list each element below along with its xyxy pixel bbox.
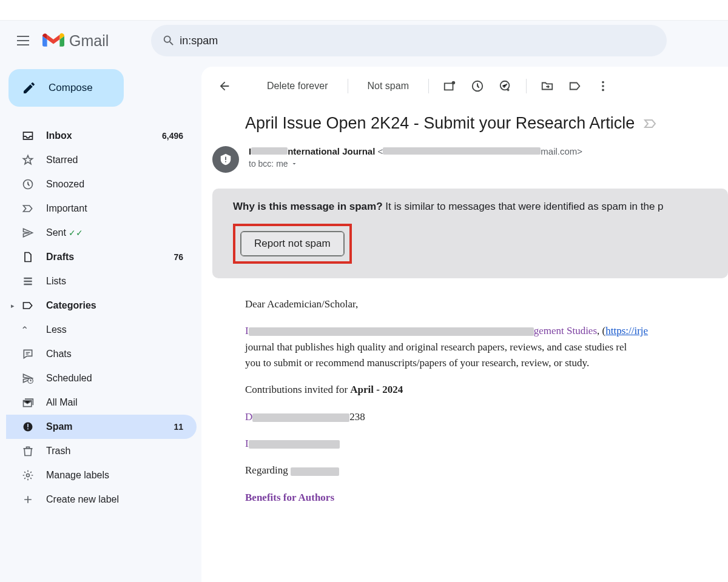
sidebar-item-label: Manage labels	[46, 470, 183, 481]
sidebar-item-important[interactable]: Important	[6, 196, 197, 221]
hamburger-icon	[17, 36, 29, 45]
back-button[interactable]	[212, 74, 237, 98]
header: Gmail	[0, 21, 728, 61]
snooze-button[interactable]	[465, 74, 490, 98]
regarding-line: Regarding	[245, 463, 717, 478]
journal-link[interactable]: https://irje	[605, 325, 648, 336]
sidebar-item-categories[interactable]: Categories	[6, 293, 197, 318]
benefits-heading: Benefits for Authors	[245, 490, 717, 506]
report-not-spam-button[interactable]: Report not spam	[240, 231, 345, 256]
folder-move-icon	[541, 79, 554, 93]
sidebar-item-label: Starred	[46, 155, 183, 166]
important-marker-icon[interactable]	[643, 116, 658, 131]
sidebar-item-label: Chats	[46, 349, 183, 360]
search-icon	[162, 34, 175, 47]
sidebar-item-manage[interactable]: Manage labels	[6, 463, 197, 487]
sidebar-item-label: Inbox	[46, 130, 162, 141]
sidebar-item-label: Less	[46, 324, 183, 335]
label-icon	[22, 299, 46, 312]
contributions-line: Contributions invited for April - 2024	[245, 382, 717, 398]
sidebar-item-label: Snoozed	[46, 179, 183, 190]
file-icon	[22, 251, 46, 263]
intro-paragraph: Igement Studies, (https://irje journal t…	[245, 323, 717, 371]
sidebar-item-inbox[interactable]: Inbox6,496	[6, 124, 197, 148]
recipient-line[interactable]: to bcc: me	[249, 159, 582, 169]
main-menu-button[interactable]	[8, 26, 38, 55]
star-icon	[22, 154, 46, 166]
spam-banner: Why is this message in spam? It is simil…	[212, 189, 728, 278]
compose-label: Compose	[49, 82, 93, 94]
sidebar: Compose Inbox6,496StarredSnoozedImportan…	[0, 61, 201, 582]
sidebar-item-chats[interactable]: Chats	[6, 342, 197, 366]
chat-icon	[22, 348, 46, 360]
more-button[interactable]	[591, 74, 615, 98]
pencil-icon	[22, 81, 36, 95]
sidebar-item-label: All Mail	[46, 397, 183, 408]
search-bar[interactable]	[151, 25, 667, 56]
sidebar-item-spam[interactable]: Spam11	[6, 415, 197, 439]
label-icon	[568, 79, 582, 93]
svg-point-7	[602, 81, 604, 84]
add-task-button[interactable]	[493, 74, 517, 98]
sidebar-item-allmail[interactable]: All Mail	[6, 390, 197, 415]
inbox-icon	[22, 130, 46, 142]
sidebar-item-snoozed[interactable]: Snoozed	[6, 172, 197, 196]
sidebar-item-label: Drafts	[46, 252, 174, 263]
more-vert-icon	[596, 79, 610, 93]
trash-icon	[22, 445, 46, 457]
labels-button[interactable]	[563, 74, 587, 98]
sidebar-item-label: Important	[46, 203, 183, 214]
delete-forever-button[interactable]: Delete forever	[256, 74, 339, 98]
sidebar-item-scheduled[interactable]: Scheduled	[6, 366, 197, 390]
sidebar-item-starred[interactable]: Starred	[6, 148, 197, 172]
sidebar-item-drafts[interactable]: Drafts76	[6, 245, 197, 269]
greeting: Dear Academician/Scholar,	[245, 296, 717, 312]
sidebar-item-trash[interactable]: Trash	[6, 439, 197, 463]
sidebar-item-newlabel[interactable]: Create new label	[6, 487, 197, 512]
move-to-button[interactable]	[535, 74, 559, 98]
highlight-box: Report not spam	[233, 224, 352, 264]
sidebar-item-label: Spam	[46, 421, 174, 432]
sidebar-item-label: Sent✓✓	[46, 227, 183, 238]
message-toolbar: Delete forever Not spam	[201, 69, 728, 103]
compose-button[interactable]: Compose	[8, 69, 124, 107]
sidebar-item-lists[interactable]: Lists	[6, 269, 197, 293]
clock-icon	[471, 79, 484, 93]
search-input[interactable]	[180, 35, 656, 47]
gmail-logo[interactable]: Gmail	[42, 32, 109, 50]
sidebar-item-label: Scheduled	[46, 373, 183, 384]
divider	[526, 79, 527, 93]
mark-unread-icon	[443, 79, 456, 93]
sidebar-item-label: Lists	[46, 276, 183, 287]
svg-point-8	[602, 85, 604, 87]
spam-icon	[22, 421, 46, 433]
svg-point-4	[452, 81, 456, 85]
not-spam-button[interactable]: Not spam	[357, 74, 420, 98]
sidebar-item-label: Trash	[46, 446, 183, 457]
important-icon	[22, 202, 46, 215]
clock-icon	[22, 178, 46, 190]
sender-name-line: International Journal <mail.com>	[249, 146, 582, 156]
app-name: Gmail	[69, 32, 109, 50]
divider	[348, 79, 348, 93]
plus-icon	[22, 493, 46, 506]
add-task-icon	[499, 79, 512, 93]
email-body: Dear Academician/Scholar, Igement Studie…	[201, 278, 728, 506]
sidebar-item-label: Create new label	[46, 494, 183, 505]
mark-unread-button[interactable]	[437, 74, 462, 98]
sidebar-item-count: 76	[174, 252, 183, 262]
double-check-icon: ✓✓	[69, 228, 83, 238]
main-content: Delete forever Not spam	[201, 67, 728, 582]
expand-icon	[291, 160, 298, 167]
sidebar-item-count: 6,496	[162, 131, 183, 141]
spam-explanation: Why is this message in spam? It is simil…	[233, 201, 713, 213]
lists-icon	[22, 275, 46, 287]
gmail-logo-icon	[42, 32, 64, 49]
issn-line: I	[245, 436, 717, 452]
sidebar-item-less[interactable]: Less	[6, 318, 197, 342]
svg-point-3	[27, 474, 30, 477]
sidebar-item-sent[interactable]: Sent✓✓	[6, 221, 197, 245]
arrow-back-icon	[218, 79, 231, 93]
sender-avatar[interactable]	[212, 146, 239, 173]
spam-avatar-icon	[219, 153, 232, 166]
